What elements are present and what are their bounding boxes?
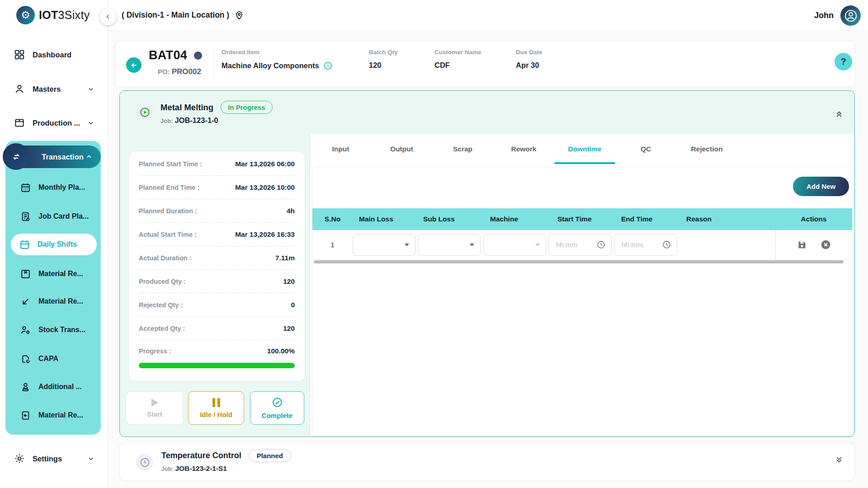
po-number: PO:PRO002 (158, 67, 201, 76)
sidebar-item-stock-transfer[interactable]: Stock Trans... (12, 319, 95, 340)
sidebar-item-capa[interactable]: CAPA (12, 348, 95, 369)
column-header: End Time (614, 215, 679, 223)
complete-button[interactable]: Complete (250, 391, 304, 425)
sidebar-label: Job Card Pla... (38, 212, 89, 221)
sidebar-item-masters[interactable]: Masters (0, 79, 108, 99)
main-loss-select[interactable] (353, 234, 415, 256)
job-title: Metal Melting (160, 103, 213, 113)
detail-value: Mar 13,2026 16:33 (235, 230, 295, 239)
tab-input[interactable]: Input (310, 134, 371, 164)
sidebar-item-material-receipt[interactable]: Material Re... (12, 263, 95, 284)
location-selector: ( Division-1 - Main Location ) (122, 9, 245, 20)
calendar-icon (20, 182, 31, 193)
detail-value: 120 (283, 324, 295, 333)
detail-label: Rejected Qty : (139, 301, 183, 309)
job-id: JOB-123-2-1-S1 (175, 465, 227, 472)
detail-label: Planned Duration : (139, 207, 197, 215)
gear-logo-icon: ⚙ (16, 6, 35, 24)
back-button[interactable] (126, 57, 142, 73)
idle-hold-button[interactable]: Idle / Hold (188, 391, 244, 425)
batch-header-card: BAT04 PO:PRO002 Ordered Item Machine All… (115, 41, 855, 87)
collapse-job-card-button[interactable] (834, 108, 844, 119)
end-time-input[interactable]: hh:mm (614, 234, 677, 256)
box-icon (14, 117, 25, 129)
swap-arrows-icon (10, 151, 22, 163)
detail-label: Planned End Time : (139, 184, 199, 191)
arrow-left-icon (130, 61, 138, 70)
batch-status-dot (194, 52, 202, 60)
tab-downtime[interactable]: Downtime (554, 134, 615, 164)
start-time-input[interactable]: hh:mm (548, 234, 612, 256)
check-circle-icon (272, 397, 283, 408)
info-icon[interactable] (323, 61, 333, 70)
tab-rework[interactable]: Rework (493, 134, 554, 164)
pause-icon (212, 398, 220, 407)
help-button[interactable]: ? (835, 53, 852, 70)
column-header: Actions (775, 215, 852, 223)
expand-job-card-button[interactable] (834, 455, 844, 466)
job-id: JOB-123-1-0 (175, 116, 218, 124)
job-id-line: Job:JOB-123-1-0 (160, 116, 218, 125)
divider (213, 48, 214, 80)
sidebar-item-job-card-plan[interactable]: Job Card Pla... (12, 206, 95, 227)
detail-value: 0 (291, 301, 295, 309)
column-header: Sub Loss (418, 215, 483, 223)
sidebar: ⚙ IOT3Sixty Dashboard Masters Production… (0, 0, 108, 488)
cancel-icon[interactable] (820, 239, 831, 250)
map-pin-icon[interactable] (234, 9, 245, 20)
caret-down-icon (470, 244, 474, 246)
save-icon[interactable] (797, 239, 807, 250)
sidebar-collapse-button[interactable] (100, 9, 116, 25)
top-bar: ( Division-1 - Main Location ) John (108, 0, 868, 31)
horizontal-scrollbar[interactable] (314, 260, 844, 263)
customer-value: CDF (434, 61, 481, 70)
user-name: John (814, 11, 834, 20)
ordered-item-value: Machine Alloy Components (222, 61, 319, 70)
sidebar-item-additional[interactable]: Additional ... (12, 376, 95, 397)
detail-label: Actual Duration : (139, 254, 192, 262)
sidebar-label: Material Re... (38, 411, 83, 419)
app-logo: ⚙ IOT3Sixty (16, 6, 90, 24)
sidebar-item-material-request[interactable]: Material Re... (12, 405, 95, 426)
start-button[interactable]: Start (126, 391, 184, 425)
sub-loss-select[interactable] (418, 234, 481, 256)
detail-value: Mar 13,2026 10:00 (235, 183, 295, 192)
job-details-panel: Planned Start Time :Mar 13,2026 06:00 Pl… (128, 151, 305, 381)
chevron-down-icon (87, 119, 94, 127)
sidebar-label: Masters (33, 85, 61, 94)
sidebar-item-monthly-plan[interactable]: Monthly Pla... (12, 177, 95, 198)
column-header: Start Time (548, 215, 614, 223)
chevron-left-icon (104, 13, 112, 20)
brand-name: IOT3Sixty (39, 9, 90, 22)
column-header: Reason (679, 215, 775, 223)
tab-scrap[interactable]: Scrap (432, 134, 493, 164)
job-card-metal-melting: Metal Melting In Progress Job:JOB-123-1-… (119, 90, 855, 437)
progress-bar (139, 363, 295, 368)
job-status-circle (136, 454, 153, 471)
table-row: 1 hh:mm hh:mm (312, 230, 852, 260)
sidebar-item-material-return[interactable]: Material Re... (12, 291, 95, 312)
sidebar-item-dashboard[interactable]: Dashboard (0, 45, 108, 65)
tab-output[interactable]: Output (371, 134, 432, 164)
gear-icon (14, 453, 25, 465)
sidebar-label: Additional ... (38, 383, 82, 391)
machine-select[interactable] (483, 234, 546, 256)
job-status-circle (136, 103, 153, 121)
column-header: Main Loss (353, 215, 418, 223)
chevron-down-icon (87, 85, 94, 93)
chevron-up-icon (85, 153, 93, 160)
detail-value: 4h (287, 207, 295, 215)
sidebar-item-production[interactable]: Production ... (0, 113, 108, 133)
tab-rejection[interactable]: Rejection (676, 134, 737, 164)
downtime-panel: Add New S.No Main Loss Sub Loss Machine … (312, 167, 853, 436)
due-date-value: Apr 30 (516, 61, 542, 70)
avatar[interactable] (840, 5, 861, 26)
detail-value: 7.11m (275, 254, 295, 262)
tab-qc[interactable]: QC (615, 134, 676, 164)
person-icon (14, 83, 25, 95)
row-sno: 1 (312, 241, 353, 249)
sidebar-item-daily-shifts[interactable]: Daily Shifts (11, 234, 97, 255)
sidebar-item-settings[interactable]: Settings (0, 449, 108, 469)
clock-icon (596, 240, 606, 249)
add-new-button[interactable]: Add New (793, 177, 849, 196)
